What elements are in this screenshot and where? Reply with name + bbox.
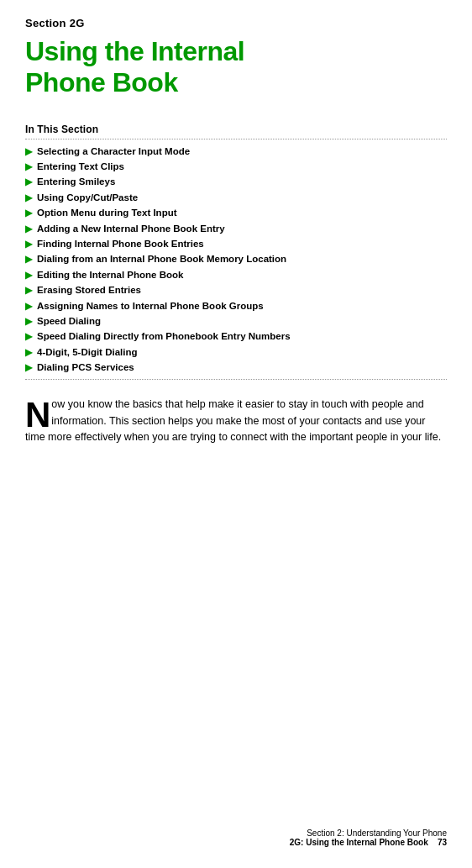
toc-arrow-icon: ▶ [25, 207, 32, 219]
toc-item: ▶Adding a New Internal Phone Book Entry [25, 222, 447, 235]
toc-arrow-icon: ▶ [25, 269, 32, 281]
toc-item: ▶Option Menu during Text Input [25, 206, 447, 219]
toc-arrow-icon: ▶ [25, 238, 32, 250]
toc-item: ▶Editing the Internal Phone Book [25, 268, 447, 281]
footer-line1: Section 2: Understanding Your Phone [290, 829, 447, 838]
page-number: 73 [438, 838, 447, 847]
toc-item-label: Dialing from an Internal Phone Book Memo… [37, 252, 286, 266]
toc-item: ▶Selecting a Character Input Mode [25, 145, 447, 158]
toc-item: ▶Assigning Names to Internal Phone Book … [25, 299, 447, 313]
toc-arrow-icon: ▶ [25, 223, 32, 235]
page-container: Section 2G Using the Internal Phone Book… [0, 0, 472, 868]
toc-arrow-icon: ▶ [25, 330, 32, 343]
toc-item-label: Adding a New Internal Phone Book Entry [37, 222, 225, 235]
toc-item-label: Entering Smileys [37, 175, 115, 188]
toc-arrow-icon: ▶ [25, 300, 32, 313]
toc-item-label: Using Copy/Cut/Paste [37, 191, 138, 204]
toc-item: ▶Dialing PCS Services [25, 360, 447, 374]
toc-item-label: Speed Dialing [37, 314, 101, 328]
toc-item: ▶Speed Dialing [25, 314, 447, 328]
toc-item-label: Editing the Internal Phone Book [37, 268, 183, 281]
bottom-rule [25, 379, 447, 380]
footer: Section 2: Understanding Your Phone 2G: … [290, 829, 447, 847]
toc-item: ▶Finding Internal Phone Book Entries [25, 237, 447, 250]
toc-item-label: Selecting a Character Input Mode [37, 145, 190, 158]
toc-item: ▶4-Digit, 5-Digit Dialing [25, 345, 447, 359]
page-title: Using the Internal Phone Book [25, 36, 447, 98]
toc-arrow-icon: ▶ [25, 192, 32, 204]
toc-arrow-icon: ▶ [25, 346, 32, 359]
toc-item-label: Finding Internal Phone Book Entries [37, 237, 204, 250]
toc-item-label: Entering Text Clips [37, 160, 124, 173]
footer-line2: 2G: Using the Internal Phone Book 73 [290, 838, 447, 847]
toc-item-label: Dialing PCS Services [37, 360, 134, 374]
toc-arrow-icon: ▶ [25, 361, 32, 374]
toc-item-label: Speed Dialing Directly from Phonebook En… [37, 329, 291, 343]
toc-arrow-icon: ▶ [25, 145, 32, 158]
toc-item: ▶Entering Text Clips [25, 160, 447, 173]
drop-cap: N [25, 402, 50, 429]
toc-item: ▶Speed Dialing Directly from Phonebook E… [25, 329, 447, 343]
toc-item: ▶Erasing Stored Entries [25, 283, 447, 297]
toc-item-label: Option Menu during Text Input [37, 206, 177, 219]
toc-item: ▶Entering Smileys [25, 175, 447, 188]
toc-arrow-icon: ▶ [25, 253, 32, 266]
toc-arrow-icon: ▶ [25, 315, 32, 328]
toc-arrow-icon: ▶ [25, 284, 32, 297]
toc-item-label: Assigning Names to Internal Phone Book G… [37, 299, 264, 313]
toc-list: ▶Selecting a Character Input Mode▶Enteri… [25, 145, 447, 375]
section-label: Section 2G [25, 17, 447, 29]
toc-item: ▶Dialing from an Internal Phone Book Mem… [25, 252, 447, 266]
top-rule [25, 139, 447, 139]
in-this-section-heading: In This Section [25, 124, 447, 135]
toc-item: ▶Using Copy/Cut/Paste [25, 191, 447, 204]
toc-arrow-icon: ▶ [25, 176, 32, 188]
body-text: Now you know the basics that help make i… [25, 397, 447, 445]
toc-arrow-icon: ▶ [25, 160, 32, 173]
toc-item-label: 4-Digit, 5-Digit Dialing [37, 345, 137, 359]
toc-item-label: Erasing Stored Entries [37, 283, 141, 297]
